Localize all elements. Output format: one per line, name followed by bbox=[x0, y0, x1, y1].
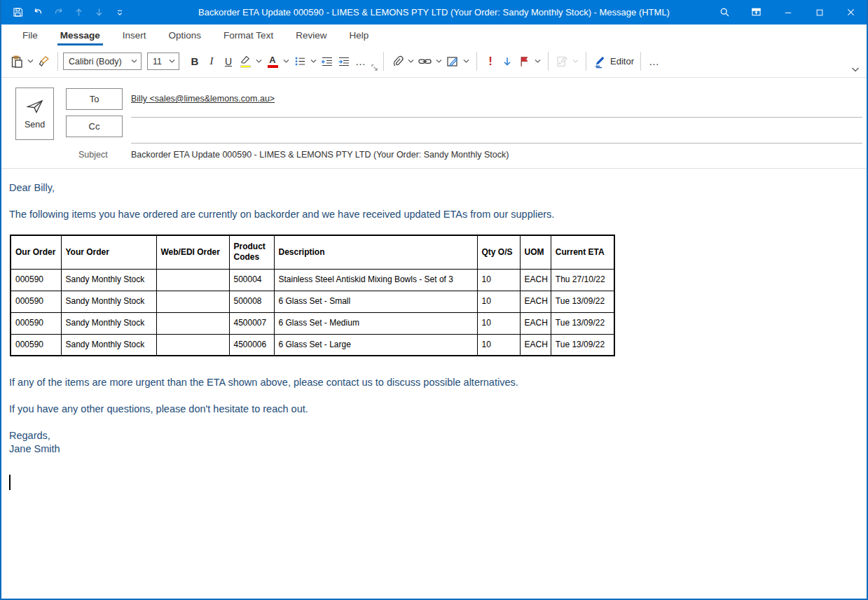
chevron-down-icon bbox=[851, 67, 860, 73]
tab-options[interactable]: Options bbox=[166, 27, 205, 46]
basic-text-more-button[interactable]: … bbox=[352, 51, 369, 72]
quick-access-toolbar bbox=[1, 0, 129, 25]
previous-item-button[interactable] bbox=[69, 0, 88, 25]
chevron-down-line-icon bbox=[115, 8, 125, 18]
table-cell bbox=[156, 291, 229, 312]
text-highlight-button[interactable] bbox=[237, 51, 254, 72]
table-cell: Sandy Monthly Stock bbox=[61, 312, 156, 334]
tab-message[interactable]: Message bbox=[57, 27, 103, 46]
to-field-underline[interactable] bbox=[131, 117, 862, 118]
close-icon bbox=[846, 7, 856, 18]
assign-policy-button[interactable] bbox=[553, 51, 570, 72]
table-cell: 6 Glass Set - Large bbox=[274, 334, 477, 356]
bold-glyph: B bbox=[191, 55, 199, 67]
italic-glyph: I bbox=[210, 55, 214, 67]
paste-button[interactable] bbox=[8, 51, 25, 72]
underline-button[interactable]: U bbox=[220, 51, 237, 72]
basic-text-dialog-launcher[interactable] bbox=[371, 62, 378, 74]
save-button[interactable] bbox=[8, 0, 27, 25]
chevron-down-icon bbox=[463, 59, 469, 64]
divider bbox=[548, 52, 549, 71]
high-importance-button[interactable]: ! bbox=[482, 51, 499, 72]
to-button[interactable]: To bbox=[66, 88, 123, 110]
cc-button[interactable]: Cc bbox=[66, 116, 123, 137]
assign-policy-dropdown[interactable] bbox=[570, 59, 581, 64]
collapse-ribbon-button[interactable] bbox=[851, 63, 860, 76]
header-cell: Your Order bbox=[61, 235, 156, 269]
font-size-value: 11 bbox=[153, 57, 162, 67]
bullets-dropdown[interactable] bbox=[308, 59, 319, 64]
chevron-down-icon bbox=[408, 59, 414, 64]
paperclip-icon bbox=[391, 55, 404, 68]
font-size-select[interactable]: 11 bbox=[147, 53, 179, 70]
maximize-button[interactable] bbox=[804, 0, 835, 25]
font-name-value: Calibri (Body) bbox=[69, 57, 122, 67]
ribbon-display-options-icon bbox=[750, 6, 762, 18]
tab-review[interactable]: Review bbox=[293, 27, 329, 46]
redo-button[interactable] bbox=[49, 0, 68, 25]
editor-button[interactable]: Editor bbox=[591, 51, 635, 72]
ribbon-more-button[interactable]: … bbox=[646, 51, 663, 72]
font-name-select[interactable]: Calibri (Body) bbox=[63, 53, 142, 70]
decrease-indent-button[interactable] bbox=[319, 51, 336, 72]
text-highlight-dropdown[interactable] bbox=[254, 59, 264, 64]
table-cell: 000590 bbox=[11, 334, 61, 356]
ribbon-toolbar: Calibri (Body) 11 B I U A bbox=[1, 46, 867, 78]
chevron-down-icon bbox=[169, 59, 175, 64]
header-cell: Our Order bbox=[11, 235, 61, 269]
format-painter-button[interactable] bbox=[36, 51, 53, 72]
title-bar: Backorder ETA Update 000590 - LIMES & LE… bbox=[1, 0, 867, 25]
follow-up-flag-button[interactable] bbox=[516, 51, 532, 72]
table-header-row: Our OrderYour OrderWeb/EDI OrderProduct … bbox=[11, 235, 614, 269]
chevron-down-icon bbox=[310, 59, 317, 64]
italic-button[interactable]: I bbox=[203, 51, 220, 72]
table-cell bbox=[156, 334, 229, 356]
divider bbox=[383, 52, 384, 71]
chevron-down-icon bbox=[256, 59, 262, 64]
link-button[interactable] bbox=[416, 51, 434, 72]
recipient-chip[interactable]: Billy <sales@limes&lemons.com.au> bbox=[131, 94, 275, 104]
tab-file[interactable]: File bbox=[20, 27, 41, 46]
search-button[interactable] bbox=[709, 0, 740, 25]
backorder-table: Our OrderYour OrderWeb/EDI OrderProduct … bbox=[10, 235, 615, 356]
editor-label: Editor bbox=[610, 56, 634, 67]
font-color-dropdown[interactable] bbox=[281, 59, 291, 64]
increase-indent-button[interactable] bbox=[336, 51, 352, 72]
backorder-table-body: 000590Sandy Monthly Stock500004Stainless… bbox=[11, 269, 614, 356]
attach-file-button[interactable] bbox=[389, 51, 406, 72]
ribbon-display-options-button[interactable] bbox=[740, 0, 772, 25]
low-importance-button[interactable] bbox=[499, 51, 516, 72]
table-cell: 6 Glass Set - Medium bbox=[274, 312, 477, 334]
follow-up-dropdown[interactable] bbox=[532, 59, 543, 64]
chevron-down-icon bbox=[131, 59, 137, 64]
tab-format-text[interactable]: Format Text bbox=[221, 27, 276, 46]
message-body-editor[interactable]: Dear Billy, The following items you have… bbox=[1, 169, 867, 494]
subject-field[interactable]: Backorder ETA Update 000590 - LIMES & LE… bbox=[131, 150, 860, 160]
arrow-up-icon bbox=[73, 6, 85, 18]
search-icon bbox=[719, 6, 731, 18]
cc-field-underline[interactable] bbox=[131, 143, 862, 144]
minimize-button[interactable] bbox=[772, 0, 804, 25]
decrease-indent-icon bbox=[320, 55, 334, 69]
bullets-button[interactable] bbox=[291, 51, 308, 72]
send-button[interactable]: Send bbox=[15, 88, 54, 140]
next-item-button[interactable] bbox=[90, 0, 109, 25]
signature-dropdown[interactable] bbox=[461, 59, 471, 64]
paste-dropdown[interactable] bbox=[25, 59, 36, 64]
close-button[interactable] bbox=[835, 0, 867, 25]
urgent-note-text: If any of the items are more urgent than… bbox=[9, 376, 858, 389]
bold-button[interactable]: B bbox=[186, 51, 203, 72]
customize-quick-access-button[interactable] bbox=[110, 0, 129, 25]
table-cell: EACH bbox=[520, 291, 551, 312]
link-dropdown[interactable] bbox=[434, 59, 444, 64]
attach-file-dropdown[interactable] bbox=[406, 59, 416, 64]
tab-help[interactable]: Help bbox=[346, 27, 371, 46]
table-cell: 500004 bbox=[229, 269, 274, 291]
font-color-glyph: A bbox=[269, 55, 275, 64]
increase-indent-icon bbox=[337, 55, 351, 69]
signature-button[interactable] bbox=[444, 51, 461, 72]
flag-icon bbox=[518, 55, 531, 68]
font-color-button[interactable]: A bbox=[264, 51, 281, 72]
tab-insert[interactable]: Insert bbox=[120, 27, 149, 46]
undo-button[interactable] bbox=[29, 0, 48, 25]
